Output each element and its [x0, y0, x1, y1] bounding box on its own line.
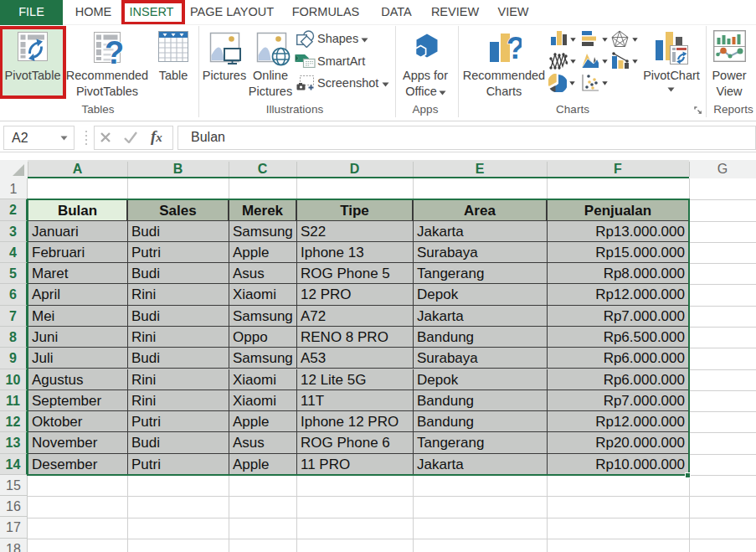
- svg-text:?: ?: [105, 35, 124, 67]
- svg-text:?: ?: [507, 31, 522, 65]
